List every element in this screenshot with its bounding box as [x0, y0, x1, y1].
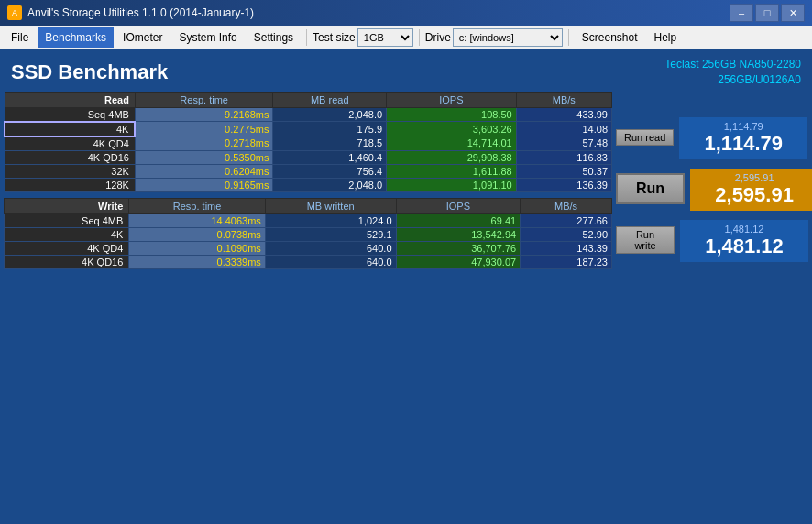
app-window: A Anvil's Storage Utilities 1.1.0 (2014-… [0, 0, 812, 524]
run-write-button[interactable]: Run write [616, 226, 675, 254]
test-size-label: Test size [313, 31, 356, 44]
menu-separator-1 [306, 29, 307, 46]
write-row-2-mb: 640.0 [265, 241, 396, 255]
read-row-4-mbs: 50.37 [516, 164, 611, 178]
read-row-1-label: 4K [5, 122, 135, 136]
read-col-mbs: MB/s [516, 92, 611, 107]
write-row-2-iops: 36,707.76 [396, 241, 521, 255]
menu-settings[interactable]: Settings [247, 27, 301, 48]
run-button[interactable]: Run [616, 173, 685, 204]
menu-file[interactable]: File [4, 27, 36, 48]
write-col-resp: Resp. time [129, 198, 265, 213]
write-row-3: 4K QD16 0.3339ms 640.0 47,930.07 187.23 [5, 255, 612, 268]
write-row-2: 4K QD4 0.1090ms 640.0 36,707.76 143.39 [5, 241, 612, 255]
write-row-1-mbs: 52.90 [521, 227, 612, 241]
tables-section: Read Resp. time MB read IOPS MB/s Seq 4M… [4, 92, 612, 520]
menu-iometer[interactable]: IOmeter [115, 27, 170, 48]
read-row-1: 4K 0.2775ms 175.9 3,603.26 14.08 [5, 122, 612, 136]
read-header-row: Read Resp. time MB read IOPS MB/s [5, 92, 612, 107]
test-size-select[interactable]: 1GB 256MB 4GB [357, 28, 413, 47]
read-score-large: 1,114.79 [686, 132, 800, 156]
right-panel: Run read 1,114.79 1,114.79 Run 2,595.91 … [616, 92, 808, 520]
device-name: Teclast 256GB NA850-2280 [664, 58, 801, 71]
minimize-button[interactable]: – [730, 4, 753, 22]
read-row-3: 4K QD16 0.5350ms 1,460.4 29,908.38 116.8… [5, 150, 612, 164]
drive-label: Drive [425, 31, 451, 44]
drive-select[interactable]: c: [windows] [453, 28, 563, 47]
write-row-2-mbs: 143.39 [521, 241, 612, 255]
read-row-5: 128K 0.9165ms 2,048.0 1,091.10 136.39 [5, 178, 612, 191]
write-row-3-iops: 47,930.07 [396, 255, 521, 268]
read-row-3-label: 4K QD16 [5, 150, 135, 164]
read-score-display: 1,114.79 1,114.79 [679, 117, 807, 159]
read-row-1-mb: 175.9 [273, 122, 387, 136]
run-main-group: Run 2,595.91 2,595.91 [616, 169, 808, 211]
read-row-5-resp: 0.9165ms [135, 178, 273, 191]
read-row-1-mbs: 14.08 [516, 122, 611, 136]
write-row-1-resp: 0.0738ms [129, 227, 265, 241]
benchmark-header: SSD Benchmark Teclast 256GB NA850-2280 2… [4, 53, 808, 92]
menu-separator-3 [568, 29, 569, 46]
run-read-group: Run read 1,114.79 1,114.79 [616, 117, 808, 159]
read-col-iops: IOPS [387, 92, 517, 107]
write-row-3-label: 4K QD16 [5, 255, 129, 268]
write-row-1-mb: 529.1 [265, 227, 396, 241]
read-score-small: 1,114.79 [686, 121, 800, 132]
read-row-0-label: Seq 4MB [5, 107, 135, 122]
read-row-2-mb: 718.5 [273, 136, 387, 151]
read-row-5-iops: 1,091.10 [387, 178, 517, 191]
menu-separator-2 [419, 29, 420, 46]
close-button[interactable]: ✕ [781, 4, 805, 22]
write-col-mbs: MB/s [521, 198, 612, 213]
benchmark-area: Read Resp. time MB read IOPS MB/s Seq 4M… [4, 92, 808, 520]
device-info: Teclast 256GB NA850-2280 256GB/U0126A0 [664, 57, 801, 88]
write-row-0-resp: 14.4063ms [129, 213, 265, 227]
menu-sysinfo[interactable]: System Info [171, 27, 244, 48]
read-row-3-iops: 29,908.38 [387, 150, 517, 164]
write-row-0-mbs: 277.66 [521, 213, 612, 227]
device-model: 256GB/U0126A0 [718, 73, 801, 86]
total-score-display: 2,595.91 2,595.91 [690, 169, 812, 211]
write-section-label: Write [5, 198, 129, 213]
read-row-3-resp: 0.5350ms [135, 150, 273, 164]
read-row-2-label: 4K QD4 [5, 136, 135, 151]
menu-help[interactable]: Help [647, 27, 685, 48]
read-row-5-mbs: 136.39 [516, 178, 611, 191]
write-row-3-resp: 0.3339ms [129, 255, 265, 268]
read-row-4-resp: 0.6204ms [135, 164, 273, 178]
read-row-5-mb: 2,048.0 [273, 178, 387, 191]
read-row-0-resp: 9.2168ms [135, 107, 273, 122]
read-row-4-mb: 756.4 [273, 164, 387, 178]
maximize-button[interactable]: □ [755, 4, 779, 22]
read-row-0-mb: 2,048.0 [273, 107, 387, 122]
write-row-0-label: Seq 4MB [5, 213, 129, 227]
write-row-2-resp: 0.1090ms [129, 241, 265, 255]
main-content: SSD Benchmark Teclast 256GB NA850-2280 2… [0, 49, 812, 524]
write-score-display: 1,481.12 1,481.12 [680, 220, 808, 262]
title-bar: A Anvil's Storage Utilities 1.1.0 (2014-… [0, 0, 812, 26]
write-row-3-mbs: 187.23 [521, 255, 612, 268]
write-header-row: Write Resp. time MB written IOPS MB/s [5, 198, 612, 213]
read-row-2-mbs: 57.48 [516, 136, 611, 151]
menu-benchmarks[interactable]: Benchmarks [38, 27, 114, 48]
read-row-1-resp: 0.2775ms [135, 122, 273, 136]
write-col-mb: MB written [265, 198, 396, 213]
read-row-0-iops: 108.50 [387, 107, 517, 122]
write-row-1-label: 4K [5, 227, 129, 241]
write-row-0: Seq 4MB 14.4063ms 1,024.0 69.41 277.66 [5, 213, 612, 227]
run-read-button[interactable]: Run read [616, 129, 674, 146]
read-row-4-label: 32K [5, 164, 135, 178]
read-row-2-resp: 0.2718ms [135, 136, 273, 151]
run-write-group: Run write 1,481.12 1,481.12 [616, 220, 808, 262]
menu-bar: File Benchmarks IOmeter System Info Sett… [0, 26, 812, 49]
menu-screenshot[interactable]: Screenshot [575, 27, 645, 48]
read-row-0-mbs: 433.99 [516, 107, 611, 122]
benchmark-title: SSD Benchmark [11, 60, 168, 84]
write-row-0-iops: 69.41 [396, 213, 521, 227]
write-row-1-iops: 13,542.94 [396, 227, 521, 241]
total-score-large: 2,595.91 [697, 183, 811, 207]
read-section-label: Read [5, 92, 135, 107]
read-row-1-iops: 3,603.26 [387, 122, 517, 136]
write-score-small: 1,481.12 [687, 224, 801, 235]
read-row-4-iops: 1,611.88 [387, 164, 517, 178]
